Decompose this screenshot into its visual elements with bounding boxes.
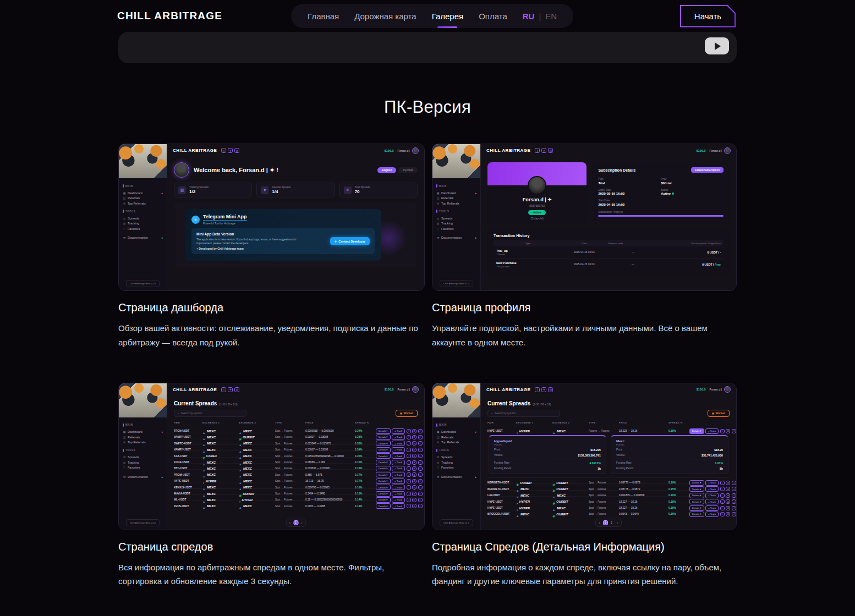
contact-developer-button[interactable]: ✈ Contact Developer (330, 237, 370, 245)
hide-icon[interactable]: ⊘ (412, 460, 416, 465)
details-button[interactable]: Details ▾ (689, 486, 704, 492)
twitter-icon[interactable]: t (535, 387, 540, 392)
sidebar-item[interactable]: ▦ Dashboard ● (123, 191, 163, 195)
share-icon[interactable]: ◁ (732, 487, 736, 491)
favorite-icon[interactable]: ♡ (407, 454, 411, 458)
share-icon[interactable]: ◁ (418, 448, 423, 452)
instagram-icon[interactable]: ◎ (548, 387, 553, 392)
hide-icon[interactable]: ⊘ (412, 466, 416, 471)
hide-icon[interactable]: ⊘ (726, 499, 730, 504)
next-page-button[interactable]: › (299, 520, 304, 525)
telegram-icon[interactable]: ✈ (228, 148, 233, 153)
favorite-icon[interactable]: ♡ (407, 479, 411, 483)
share-icon[interactable]: ◁ (418, 492, 423, 496)
sidebar-item[interactable]: ◎ Tracking (436, 461, 476, 464)
details-button[interactable]: Details ▾ (689, 505, 704, 511)
track-button[interactable]: + Track (392, 435, 405, 440)
track-button[interactable]: + Track (392, 453, 405, 459)
favorite-icon[interactable]: ♡ (407, 435, 411, 439)
share-icon[interactable]: ◁ (418, 472, 423, 477)
instagram-icon[interactable]: ◎ (548, 148, 553, 153)
sidebar-item[interactable]: ◫ Referrals (436, 436, 476, 439)
share-icon[interactable]: ◁ (732, 429, 736, 433)
telegram-icon[interactable]: ✈ (228, 387, 233, 392)
twitter-icon[interactable]: t (535, 148, 540, 153)
sidebar-item[interactable]: ⇄ Spreads (123, 455, 163, 459)
share-icon[interactable]: ◁ (732, 493, 736, 498)
sidebar-item[interactable]: ◎ Tracking (123, 461, 163, 464)
share-icon[interactable]: ◁ (418, 504, 423, 508)
details-button[interactable]: Details ▾ (376, 479, 391, 484)
nav-link[interactable]: Главная (308, 12, 339, 21)
instagram-icon[interactable]: ◎ (234, 387, 239, 392)
sidebar-item[interactable]: ⇄ Spreads (436, 217, 476, 220)
share-icon[interactable]: ◁ (732, 481, 736, 485)
hide-icon[interactable]: ⊘ (726, 487, 730, 491)
sidebar-item-documentation[interactable]: ✉ Documentation ● (123, 236, 163, 239)
nav-link[interactable]: Галерея (432, 12, 464, 21)
track-button[interactable]: + Track (392, 428, 405, 434)
sidebar-item[interactable]: ♡ Favorites (436, 466, 476, 469)
share-icon[interactable]: ◁ (418, 498, 423, 502)
favorite-icon[interactable]: ♡ (407, 498, 411, 502)
favorite-icon[interactable]: ♡ (407, 460, 411, 465)
favorite-icon[interactable]: ♡ (407, 429, 411, 433)
page-1-button[interactable]: 1 (293, 520, 298, 525)
share-icon[interactable]: ◁ (418, 429, 423, 433)
sidebar-item[interactable]: ◫ Referrals (123, 436, 163, 439)
hide-icon[interactable]: ⊘ (726, 506, 730, 510)
details-button[interactable]: Details ▾ (376, 472, 391, 477)
favorite-icon[interactable]: ♡ (407, 504, 411, 508)
share-icon[interactable]: ◁ (418, 460, 423, 465)
favorite-icon[interactable]: ♡ (407, 472, 411, 477)
share-icon[interactable]: ◁ (418, 454, 423, 458)
hide-icon[interactable]: ⊘ (412, 498, 416, 502)
details-button[interactable]: Details ▾ (376, 447, 391, 453)
hide-icon[interactable]: ⊘ (412, 429, 416, 433)
twitter-icon[interactable]: t (221, 148, 226, 153)
sidebar-item[interactable]: ▦ Dashboard ● (123, 430, 163, 433)
details-button[interactable]: Details ▾ (376, 503, 391, 509)
track-button[interactable]: + Track (392, 441, 405, 446)
favorite-icon[interactable]: ♡ (720, 506, 725, 510)
page-1-button[interactable]: 1 (603, 520, 608, 525)
favorite-icon[interactable]: ♡ (720, 487, 725, 491)
hide-icon[interactable]: ⊘ (412, 492, 416, 496)
track-button[interactable]: + Track (392, 491, 405, 497)
track-button[interactable]: + Track (705, 428, 719, 434)
details-button[interactable]: Details ▾ (689, 512, 704, 517)
share-icon[interactable]: ◁ (418, 466, 423, 471)
track-button[interactable]: + Track (392, 485, 405, 490)
sidebar-item[interactable]: ▦ Dashboard ● (436, 430, 476, 433)
hide-icon[interactable]: ⊘ (726, 481, 730, 485)
track-button[interactable]: + Track (392, 479, 405, 484)
sidebar-item-documentation[interactable]: ✉ Documentation ● (436, 236, 476, 239)
favorite-icon[interactable]: ♡ (407, 466, 411, 471)
share-icon[interactable]: ◁ (418, 435, 423, 439)
favorite-icon[interactable]: ♡ (720, 512, 725, 516)
sidebar-item-documentation[interactable]: ✉ Documentation ● (123, 475, 163, 479)
play-button[interactable] (705, 37, 729, 54)
hide-icon[interactable]: ⊘ (726, 493, 730, 498)
sidebar-item[interactable]: ♔ Top Referrals (436, 441, 476, 444)
sidebar-item[interactable]: ▦ Dashboard ● (436, 191, 476, 195)
hide-icon[interactable]: ⊘ (726, 429, 730, 433)
track-button[interactable]: + Track (392, 503, 405, 509)
sidebar-item[interactable]: ◫ Referrals (123, 196, 163, 200)
favorite-icon[interactable]: ♡ (407, 441, 411, 446)
instagram-icon[interactable]: ◎ (234, 148, 239, 153)
details-button[interactable]: Details ▾ (376, 485, 391, 490)
favorite-icon[interactable]: ♡ (720, 493, 725, 498)
hide-icon[interactable]: ⊘ (412, 485, 416, 490)
details-button[interactable]: Details ▾ (376, 497, 391, 503)
sidebar-item[interactable]: ◎ Tracking (436, 222, 476, 225)
share-icon[interactable]: ◁ (418, 441, 423, 446)
nav-link[interactable]: Дорожная карта (354, 12, 416, 21)
favorite-icon[interactable]: ♡ (407, 448, 411, 452)
hide-icon[interactable]: ⊘ (412, 448, 416, 452)
favorite-icon[interactable]: ♡ (407, 485, 411, 490)
sidebar-item[interactable]: ⇄ Spreads (123, 217, 163, 220)
telegram-icon[interactable]: ✈ (541, 148, 546, 153)
track-button[interactable]: + Track (705, 493, 719, 498)
favorite-icon[interactable]: ♡ (720, 429, 725, 433)
